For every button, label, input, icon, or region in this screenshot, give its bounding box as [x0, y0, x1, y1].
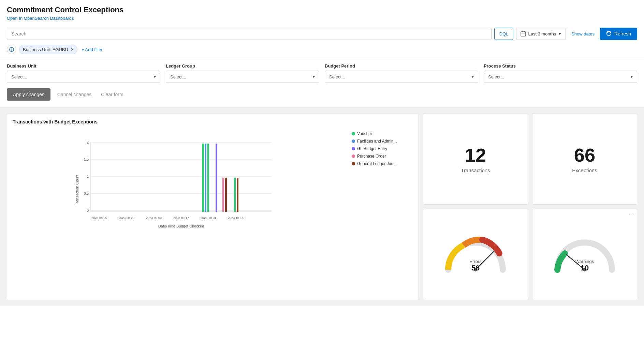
chart-area: Transaction Count 0 0.5 1 1.5 2 — [13, 129, 413, 252]
apply-changes-button[interactable]: Apply changes — [7, 88, 50, 101]
exceptions-label: Exceptions — [572, 167, 597, 173]
errors-gauge-card: Errors 56 — [423, 209, 528, 300]
calendar-icon — [521, 31, 526, 36]
svg-text:i: i — [11, 48, 12, 51]
svg-text:56: 56 — [471, 264, 480, 272]
bar-gl-budget-1 — [216, 144, 217, 212]
page-container: Commitment Control Exceptions Open In Op… — [0, 0, 644, 339]
filter-group-ledger-group: Ledger Group Select... ▼ — [166, 63, 319, 83]
budget-period-label: Budget Period — [325, 63, 478, 69]
search-bar-row: DQL Last 3 months ▼ Show dates Refresh — [0, 24, 644, 43]
date-picker-button[interactable]: Last 3 months ▼ — [516, 28, 566, 40]
transactions-card: 12 Transactions — [423, 113, 528, 205]
svg-text:2023-09-03: 2023-09-03 — [146, 216, 162, 220]
budget-period-select[interactable]: Select... — [325, 71, 478, 83]
business-unit-label: Business Unit — [7, 63, 160, 69]
page-title: Commitment Control Exceptions — [7, 5, 637, 14]
dql-button[interactable]: DQL — [494, 28, 514, 40]
refresh-icon — [606, 31, 612, 36]
main-content: Transactions with Budget Exceptions Tran… — [0, 108, 644, 306]
bar-voucher-3 — [234, 178, 236, 212]
legend-label-voucher: Voucher — [357, 131, 372, 136]
chart-panel: Transactions with Budget Exceptions Tran… — [7, 113, 419, 300]
svg-text:Transaction Count: Transaction Count — [75, 175, 79, 205]
filter-group-business-unit: Business Unit Select... ▼ — [7, 63, 160, 83]
chart-legend: Voucher Facilities and Admin... GL Budge… — [352, 129, 413, 252]
filter-chip-label: Business Unit: EGUBU — [23, 47, 68, 52]
svg-text:Errors: Errors — [469, 259, 482, 264]
legend-dot-gl-budget — [352, 147, 355, 150]
filter-controls: Business Unit Select... ▼ Ledger Group S… — [0, 58, 644, 108]
filter-chip-close-button[interactable]: × — [71, 47, 74, 52]
svg-text:2023-09-17: 2023-09-17 — [173, 216, 189, 220]
process-status-select-wrapper: Select... ▼ — [484, 71, 637, 83]
exceptions-value: 66 — [574, 145, 595, 166]
legend-label-po: Purchase Order — [357, 154, 386, 159]
svg-text:Date/Time Budget Checked: Date/Time Budget Checked — [158, 224, 204, 228]
ledger-group-label: Ledger Group — [166, 63, 319, 69]
chevron-down-icon: ▼ — [558, 32, 561, 36]
chart-svg: Transaction Count 0 0.5 1 1.5 2 — [13, 129, 346, 251]
bar-po-1 — [222, 178, 224, 212]
legend-dot-po — [352, 154, 355, 158]
bar-voucher-2 — [207, 144, 209, 212]
cancel-changes-button[interactable]: Cancel changes — [55, 92, 94, 97]
business-unit-select[interactable]: Select... — [7, 71, 160, 83]
svg-text:0: 0 — [87, 209, 89, 212]
legend-item-journal: General Ledger Jou... — [352, 161, 413, 166]
svg-text:10: 10 — [581, 264, 589, 272]
svg-text:2023-10-01: 2023-10-01 — [201, 216, 216, 220]
ledger-group-select[interactable]: Select... — [166, 71, 319, 83]
show-dates-button[interactable]: Show dates — [569, 31, 597, 36]
svg-text:0.5: 0.5 — [84, 192, 89, 195]
filter-chip-business-unit: Business Unit: EGUBU × — [19, 45, 77, 54]
add-filter-button[interactable]: + Add filter — [80, 47, 104, 52]
process-status-select[interactable]: Select... — [484, 71, 637, 83]
gauge-more-button[interactable]: ··· — [629, 212, 634, 218]
warnings-gauge-card: ··· Warnings 10 — [532, 209, 637, 300]
filter-toggle-button[interactable]: i — [7, 45, 16, 54]
budget-period-select-wrapper: Select... ▼ — [325, 71, 478, 83]
bar-journal-2 — [237, 178, 238, 212]
errors-gauge-svg: Errors 56 — [441, 232, 510, 277]
svg-text:1: 1 — [87, 175, 89, 178]
bar-facilities-1 — [205, 144, 206, 212]
legend-dot-voucher — [352, 132, 355, 135]
exceptions-card: 66 Exceptions — [532, 113, 637, 205]
opensearch-link[interactable]: Open In OpenSearch Dashboards — [7, 16, 74, 21]
legend-item-voucher: Voucher — [352, 131, 413, 136]
legend-label-facilities: Facilities and Admin... — [357, 139, 397, 144]
svg-text:2023-08-06: 2023-08-06 — [91, 216, 107, 220]
bar-journal-1 — [225, 178, 227, 212]
legend-item-gl-budget: GL Budget Entry — [352, 146, 413, 151]
filter-dropdowns: Business Unit Select... ▼ Ledger Group S… — [7, 63, 637, 83]
search-input[interactable] — [7, 28, 492, 40]
business-unit-select-wrapper: Select... ▼ — [7, 71, 160, 83]
clear-form-button[interactable]: Clear form — [98, 92, 126, 97]
legend-label-gl-budget: GL Budget Entry — [357, 146, 387, 151]
chart-title: Transactions with Budget Exceptions — [13, 119, 413, 124]
warnings-gauge-svg: Warnings 10 — [551, 232, 619, 277]
page-header: Commitment Control Exceptions Open In Op… — [0, 0, 644, 24]
filter-icon: i — [9, 47, 14, 52]
bar-voucher-1 — [202, 144, 204, 212]
svg-text:2: 2 — [87, 141, 89, 144]
legend-dot-facilities — [352, 139, 355, 143]
chart-svg-container: Transaction Count 0 0.5 1 1.5 2 — [13, 129, 346, 252]
legend-item-facilities: Facilities and Admin... — [352, 139, 413, 144]
legend-item-po: Purchase Order — [352, 154, 413, 159]
filter-row: i Business Unit: EGUBU × + Add filter — [0, 43, 644, 58]
stats-panels: 12 Transactions 66 Exceptions — [419, 113, 637, 300]
svg-text:Warnings: Warnings — [575, 259, 594, 264]
svg-text:2023-10-15: 2023-10-15 — [228, 216, 244, 220]
legend-label-journal: General Ledger Jou... — [357, 161, 397, 166]
svg-rect-0 — [521, 32, 526, 36]
svg-text:1.5: 1.5 — [84, 158, 89, 161]
date-range-text: Last 3 months — [528, 31, 556, 36]
action-buttons: Apply changes Cancel changes Clear form — [7, 88, 637, 101]
refresh-button[interactable]: Refresh — [600, 28, 637, 40]
process-status-label: Process Status — [484, 63, 637, 69]
legend-dot-journal — [352, 162, 355, 165]
filter-group-budget-period: Budget Period Select... ▼ — [325, 63, 478, 83]
filter-group-process-status: Process Status Select... ▼ — [484, 63, 637, 83]
